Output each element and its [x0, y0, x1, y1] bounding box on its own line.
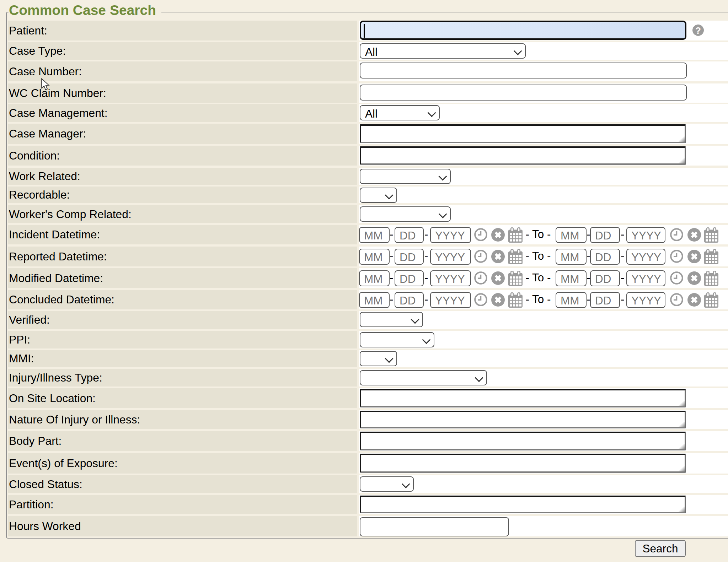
svg-text:?: ? — [695, 25, 701, 36]
